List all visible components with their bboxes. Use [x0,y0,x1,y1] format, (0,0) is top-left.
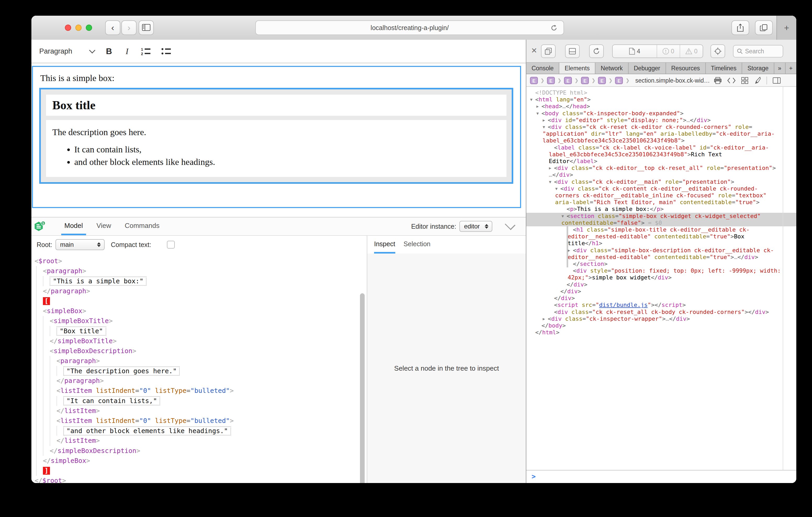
dom-tree-row[interactable]: ▶<div class="simple-box-description ck-e… [526,247,796,254]
root-select[interactable]: main [55,239,105,250]
model-tree-row[interactable]: <simpleBoxDescription> [31,346,367,356]
sidebar-toggle-button[interactable] [139,20,154,35]
disclosure-closed-icon[interactable]: ▶ [541,117,547,124]
compact-text-checkbox[interactable] [167,241,175,249]
model-tree-row[interactable]: </listItem> [31,406,367,416]
dom-tree-row[interactable]: title</h1> [526,240,796,247]
list-item[interactable]: It can contain lists, [74,145,500,154]
detach-devtools-button[interactable] [541,44,556,58]
breadcrumb-element-badge[interactable]: E [598,77,606,84]
devtools-tab-console[interactable]: Console [526,63,559,74]
close-devtools-button[interactable]: ✕ [531,47,537,55]
dom-tree-row[interactable]: ▼<div class="ck ck-editor__main" role="p… [526,179,796,185]
model-tree-row[interactable]: <simpleBoxTitle> [31,316,367,326]
forward-button[interactable]: › [121,20,137,35]
simple-box-description-area[interactable]: The description goes here. It can contai… [46,120,506,177]
model-tree-row[interactable]: ] [31,466,367,476]
dom-tree-row[interactable]: contenteditable="false"> = $0 [526,219,796,226]
dom-tree-row[interactable]: <h1 class="simple-box-title ck-editor__e… [526,226,796,233]
simple-box-title-area[interactable]: Box title [46,95,506,116]
dom-tree-row[interactable]: ▼<div class="ck ck-content ck-editor__ed… [526,185,796,192]
dom-tree-row[interactable]: </body> [526,322,796,329]
model-tree-row[interactable]: </simpleBox> [31,456,367,466]
dom-tree-row[interactable]: Editor</label> [526,158,796,165]
model-tree-row[interactable]: <simpleBox> [31,306,367,316]
disclosure-open-icon[interactable]: ▼ [535,110,541,117]
model-tree-scrollbar[interactable] [360,293,365,483]
disclosure-open-icon[interactable]: ▼ [541,124,547,130]
dom-tree-row[interactable]: <!DOCTYPE html> [526,89,796,96]
dom-tree-row[interactable]: </div> [526,281,796,288]
dom-tree-row[interactable]: label_e63cbbfece34c53ce23501062343f49b8"… [526,137,796,144]
share-button[interactable] [731,20,749,35]
element-picker-button[interactable] [710,44,725,58]
devtools-tab-overflow[interactable]: » [774,63,786,74]
model-tree-row[interactable]: [ [31,296,367,306]
resource-count[interactable]: 4 [613,45,657,58]
dom-tree-row[interactable]: </div> [526,288,796,295]
model-tree-row[interactable]: </simpleBoxDescription> [31,446,367,456]
quick-console[interactable]: > [526,470,796,483]
model-tree-row[interactable]: "This is a simple box:" [31,276,367,286]
model-tree-row[interactable]: <$root> [31,256,367,266]
breadcrumb-element-badge[interactable]: E [615,77,623,84]
disclosure-closed-icon[interactable]: ▶ [541,315,547,322]
model-tree-row[interactable]: <paragraph> [31,266,367,276]
disclosure-closed-icon[interactable]: ▶ [535,103,541,110]
devtools-tab-resources[interactable]: Resources [666,63,706,74]
dom-tree-row[interactable]: corners ck-editor__editable_inline ck-fo… [526,192,796,199]
dom-tree-row[interactable]: ▼<div class="ck ck-reset ck-editor ck-ro… [526,124,796,130]
dom-tree-row[interactable]: 42px;">simple box widget</div> [526,274,796,281]
devtools-search-field[interactable]: Search [733,45,783,58]
dom-tree-row[interactable]: aria-label="Rich Text Editor, main" cont… [526,199,796,206]
devtools-new-tab-button[interactable]: + [786,63,796,74]
inspector-side-tab-inspect[interactable]: Inspect [374,236,395,253]
dom-tree-row[interactable]: <div class="ck ck-reset_all ck-body ck-r… [526,309,796,315]
model-tree-row[interactable]: "It can contain lists," [31,396,367,406]
model-tree-row[interactable]: <listItem listIndent="0" listType="bulle… [31,386,367,396]
breadcrumb-element-badge[interactable]: E [564,77,572,84]
address-bar[interactable]: localhost/creating-a-plugin/ [255,20,564,35]
reload-page-button[interactable] [589,44,604,58]
editor-paragraph[interactable]: This is a simple box: [40,73,515,83]
reload-icon[interactable] [551,25,557,31]
minimize-window-button[interactable] [75,25,82,31]
dom-tree-row[interactable]: <p>This is a simple box:</p> [526,206,796,213]
dom-tree-row[interactable]: ▼<html lang="en"> [526,96,796,103]
disclosure-closed-icon[interactable]: ▶ [566,247,572,254]
devtools-tab-storage[interactable]: Storage [742,63,774,74]
numbered-list-button[interactable]: 1 2 [141,47,151,55]
inspector-tab-view[interactable]: View [93,217,114,235]
dom-tree-row[interactable]: label_e63cbbfece34c53ce23501062343f49b8"… [526,151,796,158]
box-title-heading[interactable]: Box title [52,98,500,112]
bold-button[interactable]: B [106,47,112,56]
dom-tree-row[interactable]: </section> [526,261,796,267]
dom-tree-row[interactable]: <script src="dist/bundle.js"></script> [526,302,796,308]
dom-tree-row[interactable]: ▶<div class="ck ck-editor__top ck-reset_… [526,165,796,172]
details-sidebar-toggle-icon[interactable] [773,78,781,84]
dom-tree-row[interactable]: editor__nested-editable" contenteditable… [526,254,796,261]
devtools-sidebar-divider[interactable] [783,87,783,470]
close-window-button[interactable] [65,25,71,31]
dom-tree-row[interactable]: ▶<head>…</head> [526,103,796,110]
inspector-tab-model[interactable]: Model [61,217,86,235]
devtools-tab-network[interactable]: Network [596,63,628,74]
dom-tree-row[interactable]: <label class="ck ck-label ck-voice-label… [526,144,796,151]
model-tree-row[interactable]: </simpleBoxTitle> [31,336,367,346]
error-count[interactable]: 0 [657,45,679,58]
new-tab-button[interactable]: + [776,16,796,40]
devtools-tab-debugger[interactable]: Debugger [629,63,666,74]
italic-button[interactable]: I [125,47,128,56]
model-tree-row[interactable]: "Box title" [31,326,367,336]
heading-dropdown[interactable]: Paragraph [39,47,94,55]
inspector-side-tab-selection[interactable]: Selection [404,236,431,253]
dom-tree-row[interactable]: ▼<section class="simple-box ck-widget ck… [526,213,796,219]
layout-grid-icon[interactable] [742,77,748,84]
dom-tree-row[interactable]: <div style="position: fixed; top: 0px; l… [526,267,796,274]
breadcrumb-element-badge[interactable]: E [547,77,555,84]
collapse-inspector-icon[interactable] [505,219,516,230]
model-tree-row[interactable]: <paragraph> [31,356,367,366]
model-tree-row[interactable]: "and other block elements like headings.… [31,426,367,436]
model-tree-row[interactable]: </$root> [31,476,367,483]
disclosure-closed-icon[interactable]: ▶ [547,165,553,172]
